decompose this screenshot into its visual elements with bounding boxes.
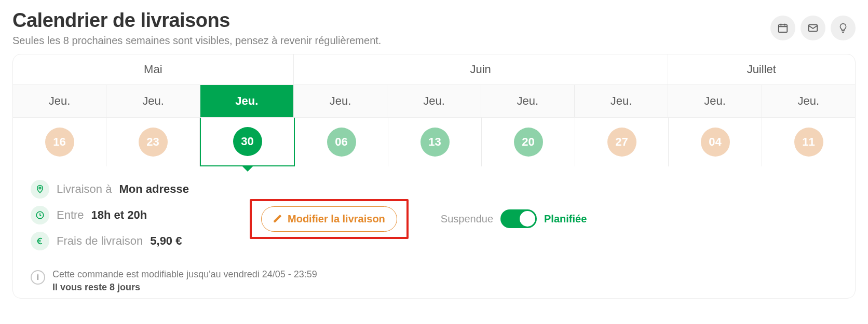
month-june: Juin — [294, 54, 668, 84]
day-cell[interactable]: Jeu. — [387, 85, 481, 117]
date-cell-30-selected[interactable]: 30 — [200, 118, 295, 166]
toolbar — [770, 16, 856, 40]
page-title: Calendrier de livraisons — [12, 9, 856, 32]
location-pin-icon — [31, 180, 49, 199]
pencil-icon — [273, 214, 282, 223]
months-row: Mai Juin Juillet — [13, 54, 855, 85]
calendar-icon — [777, 22, 789, 34]
status-toggle-block: Suspendue Planifiée — [441, 209, 587, 228]
day-cell[interactable]: Jeu. — [762, 85, 855, 117]
svg-rect-0 — [779, 25, 788, 33]
euro-icon — [31, 232, 49, 250]
delivery-details: Livraison à Mon adresse Entre 18h et 20h — [13, 166, 855, 298]
time-label: Entre — [57, 208, 84, 222]
month-may: Mai — [13, 54, 294, 84]
date-badge: 11 — [794, 128, 823, 157]
modify-button-label: Modifier la livraison — [288, 213, 385, 225]
date-cell-06[interactable]: 06 — [295, 118, 388, 166]
lightbulb-icon-button[interactable] — [831, 16, 856, 40]
month-july: Juillet — [668, 54, 855, 84]
modify-delivery-button[interactable]: Modifier la livraison — [261, 206, 397, 232]
modify-delivery-highlight: Modifier la livraison — [254, 201, 404, 237]
lightbulb-icon — [837, 22, 849, 34]
day-cell[interactable]: Jeu. — [575, 85, 668, 117]
date-cell-16[interactable]: 16 — [13, 118, 106, 166]
info-icon: i — [31, 270, 45, 285]
date-cell-11[interactable]: 11 — [762, 118, 855, 166]
date-badge: 06 — [327, 128, 356, 157]
date-badge: 30 — [233, 127, 262, 156]
page-subtitle: Seules les 8 prochaines semaines sont vi… — [12, 35, 856, 47]
delivery-calendar: Mai Juin Juillet Jeu. Jeu. Jeu. Jeu. Jeu… — [12, 54, 856, 299]
date-cell-13[interactable]: 13 — [388, 118, 482, 166]
toggle-knob — [520, 211, 535, 227]
date-cell-20[interactable]: 20 — [482, 118, 575, 166]
date-cell-04[interactable]: 04 — [669, 118, 762, 166]
toggle-planned-label: Planifiée — [544, 213, 587, 225]
mail-icon-button[interactable] — [801, 16, 825, 40]
day-cell[interactable]: Jeu. — [13, 85, 106, 117]
page-header: Calendrier de livraisons Seules les 8 pr… — [12, 9, 856, 47]
delivery-address-line: Livraison à Mon adresse — [31, 180, 218, 199]
date-badge: 16 — [45, 128, 74, 157]
weekday-row: Jeu. Jeu. Jeu. Jeu. Jeu. Jeu. Jeu. Jeu. … — [13, 85, 855, 118]
deadline-line2: Il vous reste 8 jours — [52, 282, 317, 293]
date-badge: 13 — [421, 128, 450, 157]
mail-icon — [807, 22, 819, 34]
time-value: 18h et 20h — [91, 208, 147, 222]
fee-label: Frais de livraison — [57, 234, 143, 248]
date-badge: 27 — [607, 128, 636, 157]
address-value: Mon adresse — [119, 182, 189, 196]
day-cell-selected[interactable]: Jeu. — [200, 85, 294, 117]
fee-value: 5,90 € — [150, 234, 182, 248]
deadline-line1: Cette commande est modifiable jusqu'au v… — [52, 269, 317, 279]
date-badge: 04 — [701, 128, 730, 157]
delivery-fee-line: Frais de livraison 5,90 € — [31, 232, 218, 250]
svg-point-2 — [39, 187, 41, 189]
dates-row: 16 23 30 06 13 20 27 04 11 — [13, 118, 855, 166]
date-cell-27[interactable]: 27 — [575, 118, 669, 166]
date-cell-23[interactable]: 23 — [106, 118, 200, 166]
date-badge: 20 — [514, 128, 543, 157]
clock-icon — [31, 206, 49, 224]
delivery-time-line: Entre 18h et 20h — [31, 206, 218, 224]
delivery-status-toggle[interactable] — [500, 209, 537, 228]
date-badge: 23 — [139, 128, 168, 157]
day-cell[interactable]: Jeu. — [481, 85, 575, 117]
calendar-icon-button[interactable] — [770, 16, 795, 40]
day-cell[interactable]: Jeu. — [668, 85, 762, 117]
day-cell[interactable]: Jeu. — [106, 85, 200, 117]
deadline-info: i Cette commande est modifiable jusqu'au… — [31, 269, 837, 293]
address-label: Livraison à — [57, 182, 112, 196]
toggle-suspended-label: Suspendue — [441, 213, 493, 225]
day-cell[interactable]: Jeu. — [294, 85, 387, 117]
